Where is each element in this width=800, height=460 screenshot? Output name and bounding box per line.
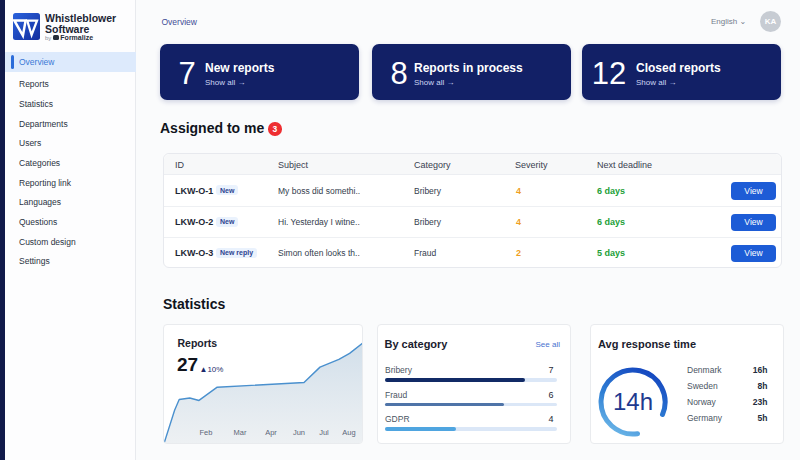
svg-text:Jun: Jun	[293, 428, 305, 437]
svg-text:Feb: Feb	[200, 428, 213, 437]
svg-text:14h: 14h	[613, 388, 653, 415]
svg-text:Mar: Mar	[234, 428, 247, 437]
svg-text:Jul: Jul	[319, 428, 329, 437]
svg-text:Aug: Aug	[342, 428, 355, 437]
svg-text:Apr: Apr	[265, 428, 277, 437]
